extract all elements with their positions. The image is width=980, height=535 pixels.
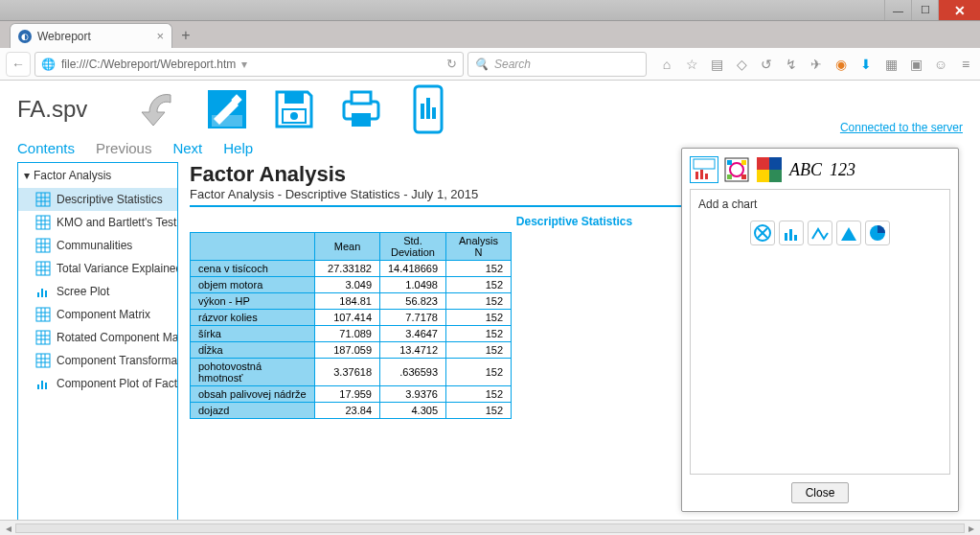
- dropdown-icon[interactable]: ▾: [241, 58, 247, 71]
- svg-rect-55: [695, 172, 698, 179]
- palette-number-icon[interactable]: 123: [828, 156, 857, 183]
- table-row: dojazd23.844.305152: [191, 403, 512, 419]
- svg-rect-72: [789, 229, 792, 241]
- window-minimize-button[interactable]: —: [884, 0, 911, 20]
- browser-tabstrip: ◐ Webreport × +: [0, 21, 980, 48]
- sidebar-item[interactable]: KMO and Bartlett's Test: [18, 211, 177, 234]
- palette-table-icon[interactable]: [690, 156, 718, 183]
- new-tab-button[interactable]: +: [176, 26, 195, 45]
- cell-mean: 107.414: [315, 310, 380, 326]
- url-bar[interactable]: 🌐 file:///C:/Webreport/Webreport.htm ▾ ↻: [34, 52, 464, 77]
- table-row: cena v tisícoch27.3318214.418669152: [191, 261, 512, 277]
- edit-icon[interactable]: [202, 84, 252, 134]
- save-icon[interactable]: ▣: [907, 56, 924, 73]
- palette-text-icon[interactable]: ABC: [787, 156, 824, 183]
- download-icon[interactable]: ⬇: [857, 56, 875, 73]
- chart-type-line-icon[interactable]: [808, 221, 832, 245]
- home-icon[interactable]: ⌂: [658, 56, 675, 73]
- sidebar-item[interactable]: Scree Plot: [18, 280, 177, 303]
- sidebar-item-label: Communalities: [57, 239, 132, 252]
- sidebar-item[interactable]: Component Plot of Factors 1: [18, 372, 177, 395]
- tab-favicon-icon: ◐: [18, 30, 32, 43]
- sidebar-item-label: Total Variance Explained: [57, 262, 177, 275]
- search-placeholder: Search: [494, 58, 531, 71]
- menu-next[interactable]: Next: [172, 140, 202, 156]
- cell-std: 13.4712: [380, 342, 446, 359]
- connection-status-link[interactable]: Connected to the server: [840, 121, 963, 134]
- reader-icon[interactable]: ▤: [708, 56, 725, 73]
- history-icon[interactable]: ↺: [758, 56, 775, 73]
- svg-rect-33: [37, 292, 39, 297]
- profile-icon[interactable]: ☺: [932, 56, 949, 73]
- send-icon[interactable]: ✈: [808, 56, 825, 73]
- loop-icon[interactable]: ↯: [783, 56, 800, 73]
- cell-std: 4.305: [380, 403, 446, 419]
- palette-target-icon[interactable]: [722, 156, 751, 183]
- sidebar-item[interactable]: Communalities: [18, 234, 177, 257]
- window-close-button[interactable]: ✕: [938, 0, 980, 20]
- menu-contents[interactable]: Contents: [17, 140, 75, 156]
- svg-rect-66: [757, 170, 769, 182]
- sidebar-item[interactable]: Rotated Component Matrix: [18, 326, 177, 349]
- svg-rect-63: [741, 174, 746, 179]
- page-hscrollbar[interactable]: ◂▸: [0, 520, 980, 535]
- svg-point-5: [290, 112, 298, 120]
- cell-mean: 187.059: [315, 342, 380, 359]
- svg-rect-64: [757, 157, 769, 170]
- cell-mean: 3.049: [315, 277, 380, 293]
- chart-type-bar-icon[interactable]: [779, 221, 804, 245]
- apps-icon[interactable]: ▦: [882, 56, 900, 73]
- back-button[interactable]: ←: [6, 52, 31, 77]
- row-label: obsah palivovej nádrže: [191, 386, 315, 403]
- browser-tab[interactable]: ◐ Webreport ×: [10, 23, 172, 48]
- chart-type-pie-icon[interactable]: [865, 221, 890, 245]
- cell-std: 14.418669: [380, 261, 446, 277]
- svg-rect-53: [45, 383, 47, 389]
- svg-rect-57: [705, 174, 708, 179]
- sidebar-item[interactable]: Total Variance Explained: [18, 257, 177, 280]
- undo-arrow-icon[interactable]: [135, 84, 185, 134]
- cell-std: .636593: [380, 359, 446, 386]
- save-disk-icon[interactable]: [269, 84, 319, 134]
- panel-close-button[interactable]: Close: [791, 482, 850, 503]
- mobile-icon[interactable]: [403, 84, 453, 134]
- chart-type-cancel-icon[interactable]: [750, 221, 775, 245]
- contents-sidebar: ▾ Factor Analysis Descriptive Statistics…: [17, 162, 178, 520]
- window-maximize-button[interactable]: ☐: [911, 0, 938, 20]
- search-box[interactable]: 🔍 Search: [467, 52, 647, 77]
- sidebar-item[interactable]: Descriptive Statistics: [18, 188, 177, 211]
- print-icon[interactable]: [336, 84, 386, 134]
- sidebar-item[interactable]: Component Matrix: [18, 303, 177, 326]
- svg-rect-51: [37, 384, 39, 389]
- star-icon[interactable]: ☆: [683, 56, 700, 73]
- menu-icon[interactable]: ≡: [957, 56, 974, 73]
- pocket-icon[interactable]: ◇: [733, 56, 750, 73]
- cell-mean: 184.81: [315, 293, 380, 310]
- row-label: dĺžka: [191, 342, 315, 359]
- collapse-icon[interactable]: ▾: [24, 169, 30, 182]
- table-row: rázvor kolies107.4147.7178152: [191, 310, 512, 326]
- cell-n: 152: [446, 342, 512, 359]
- cell-mean: 71.089: [315, 326, 380, 342]
- tree-root-label: Factor Analysis: [34, 169, 111, 182]
- tab-close-icon[interactable]: ×: [156, 29, 164, 43]
- palette-colors-icon[interactable]: [755, 156, 784, 183]
- cell-std: 56.823: [380, 293, 446, 310]
- chart-type-area-icon[interactable]: [836, 221, 861, 245]
- tree-root[interactable]: ▾ Factor Analysis: [18, 163, 177, 188]
- reload-icon[interactable]: ↻: [446, 57, 457, 71]
- table-row: obsah palivovej nádrže17.9593.9376152: [191, 386, 512, 403]
- sidebar-item-label: Rotated Component Matrix: [57, 331, 177, 344]
- cell-std: 3.9376: [380, 386, 446, 403]
- svg-rect-61: [741, 160, 746, 165]
- row-label: cena v tisícoch: [191, 261, 315, 277]
- row-label: výkon - HP: [191, 293, 315, 310]
- cell-mean: 3.37618: [315, 359, 380, 386]
- sidebar-item[interactable]: Component Transformation M: [18, 349, 177, 372]
- menu-help[interactable]: Help: [223, 140, 253, 156]
- cell-std: 1.0498: [380, 277, 446, 293]
- svg-rect-73: [794, 235, 797, 241]
- addon-icon[interactable]: ◉: [832, 56, 850, 73]
- menu-previous[interactable]: Previous: [96, 140, 151, 156]
- svg-rect-18: [36, 216, 50, 229]
